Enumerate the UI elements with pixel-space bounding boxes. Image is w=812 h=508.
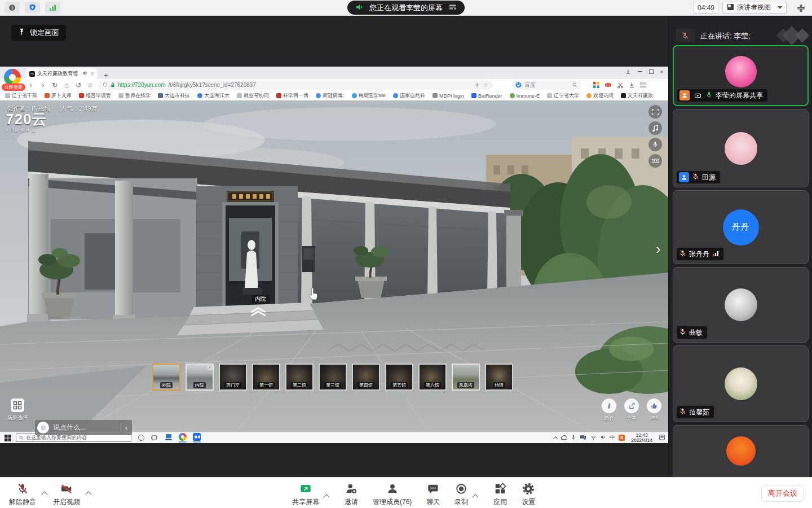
bookmark-star-icon[interactable]: ☆ [483,82,488,88]
tray-mic-icon[interactable] [571,435,576,441]
minimize-icon[interactable] [638,71,642,72]
volume-icon[interactable] [601,435,606,441]
lock-view-button[interactable]: 锁定画面 [11,25,66,41]
emoji-icon[interactable]: ☺ [37,422,49,433]
app-icon-browser[interactable] [179,433,187,443]
scene-thumbnail[interactable]: 西门厅 [219,364,247,391]
task-view-icon[interactable] [151,435,157,441]
downloads-icon[interactable] [629,82,635,88]
bookmark-item[interactable]: 梅斯医学Me [352,92,386,99]
tray-camera-icon[interactable] [580,434,586,441]
bookmark-item[interactable]: 辽宁省干部 [5,92,37,99]
browser-tab[interactable]: 720 文天祥廉政教育馆 × [26,68,97,79]
wifi-icon[interactable] [590,435,597,441]
favorite-star-icon[interactable]: ☆ [86,82,94,89]
banner-menu-icon[interactable] [448,3,457,13]
tab-close-icon[interactable]: × [90,71,94,77]
scene-thumbnail[interactable]: 凤凰塔 [452,364,480,391]
scene-thumbnail[interactable]: 第五馆 [385,364,413,391]
manage-members-button[interactable]: 管理成员(76) [373,482,412,507]
scene-select-button[interactable]: 场景选择 [5,398,30,422]
sidebar-mic-muted-icon[interactable] [676,29,695,42]
participant-tile[interactable] [673,425,809,477]
home-button[interactable]: ⌂ [63,82,70,89]
download-manager-icon[interactable] [625,67,631,77]
exit-fullscreen-icon[interactable] [795,2,806,14]
music-icon[interactable] [648,121,662,135]
address-bar[interactable]: https://720yun.com/t/6fajrgky5k1?scene_i… [98,81,493,90]
taskbar-clock[interactable]: 12:432022/4/14 [631,433,652,443]
participant-tile[interactable]: 曲敏 [673,267,809,343]
bookmark-item[interactable]: 新冠病毒: [316,92,345,99]
apps-grid-icon[interactable] [593,82,599,88]
meeting-info-icon[interactable] [5,2,20,14]
scene-thumbnail[interactable]: 第六馆 [418,364,447,391]
unmute-button[interactable]: 解除静音 [9,482,36,507]
scene-thumbnail[interactable]: ✓内院 [186,364,214,391]
bookmark-item[interactable]: Immune-E [510,93,540,99]
record-button[interactable]: 录制 [454,482,468,507]
browser-menu-icon[interactable] [640,85,646,86]
vr-site-logo[interactable]: 720云 VR创作社区 [6,112,47,132]
back-button[interactable]: ‹ [27,82,35,89]
bookmark-item[interactable]: 萝卜文库 [45,92,72,99]
quick-search-box[interactable]: 百度 [511,81,581,90]
scene-thumbnail[interactable]: 结语 [485,364,513,391]
participant-tile[interactable]: 丹丹 张丹丹 [673,190,809,264]
bookmark-item[interactable]: 教师在线学 [118,92,151,99]
fullscreen-icon[interactable] [648,105,662,119]
scene-thumbnail[interactable]: 第四馆 [352,364,380,391]
mic-options-chevron[interactable] [41,491,47,497]
microphone-icon[interactable] [648,138,662,151]
vr-goggles-icon[interactable] [648,154,662,168]
screenshot-scissors-icon[interactable] [617,82,624,89]
refresh-button[interactable]: ↻ [51,82,59,89]
participant-tile[interactable]: 范馨茹 [673,345,809,422]
like-button[interactable]: 359 [644,398,664,422]
bookmark-item[interactable]: 辽宁省大学 [547,92,579,99]
share-button[interactable]: 分享 [621,398,642,422]
ime-indicator[interactable]: 中 [610,434,615,441]
bookmark-item[interactable]: MDPI login [433,93,464,99]
bookmark-item[interactable]: 就业帮协同 [237,92,269,99]
forward-button[interactable]: › [39,82,47,89]
bookmark-item[interactable]: 大连市科技 [158,92,190,99]
browser-login-button[interactable]: 立即登录 [2,84,25,91]
record-options-chevron[interactable] [473,494,479,500]
share-options-chevron[interactable] [323,494,329,500]
intro-button[interactable]: i 简介 [599,398,619,422]
scene-thumbnail[interactable]: 第一馆 [252,364,280,391]
onedrive-cloud-icon[interactable] [561,435,567,441]
new-tab-button[interactable]: + [104,72,108,79]
start-button[interactable] [5,435,11,441]
apps-button[interactable]: 应用 [493,482,507,507]
settings-button[interactable]: 设置 [522,482,535,507]
comment-input[interactable]: 说点什么... [53,423,86,432]
bookmark-item[interactable]: 大连海洋大 [197,92,230,99]
tray-expand-icon[interactable] [553,436,558,441]
participant-tile[interactable]: 李莹的屏幕共享 [673,45,809,106]
vr-panorama-viewer[interactable]: 创作者：IN视频 人气：2.49万 720云 VR创作社区 [0,100,668,432]
cortana-icon[interactable] [138,435,144,441]
bookmark-item[interactable]: 科学网一博 [276,92,308,99]
collapse-comment-icon[interactable]: ‹ [125,423,127,432]
invite-button[interactable]: 邀请 [345,482,358,507]
chat-button[interactable]: 聊天 [426,482,440,507]
bookmark-item[interactable]: 国家自然科 [393,92,425,99]
share-screen-button[interactable]: 共享屏幕 [292,482,319,507]
next-scene-arrow[interactable]: › [656,242,661,256]
scene-thumbnail[interactable]: 外院 [152,364,180,391]
close-window-icon[interactable]: × [660,69,664,75]
bookmark-item[interactable]: 维普毕设管 [79,92,111,99]
hotspot-label[interactable]: 内院 [251,295,270,304]
hotspot-chevrons-icon[interactable] [248,306,268,319]
bookmark-item[interactable]: BioRender [471,93,502,99]
scene-thumbnail[interactable]: 第二馆 [285,364,314,391]
sogou-input-icon[interactable]: S [619,435,625,441]
app-icon-pc[interactable] [165,433,173,442]
app-icon-meeting[interactable] [193,433,201,443]
network-signal-icon[interactable] [45,2,60,14]
scene-thumbnail[interactable]: 第三馆 [319,364,347,391]
start-video-button[interactable]: 开启视频 [53,482,80,507]
notification-center-icon[interactable] [659,434,665,441]
